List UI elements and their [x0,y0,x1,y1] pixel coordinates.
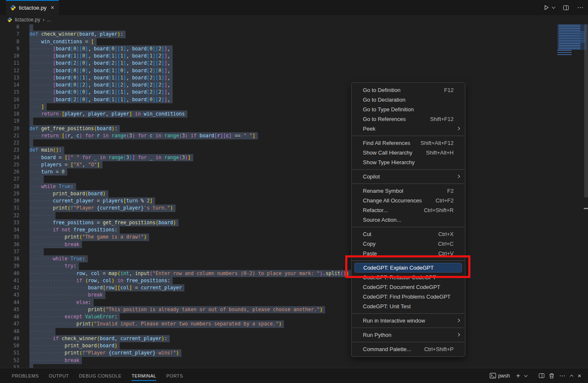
menu-item-change-all-occurrences[interactable]: Change All OccurrencesCtrl+F2 [352,196,465,205]
maximize-panel-chevron-icon[interactable] [570,375,573,377]
breadcrumb-file[interactable]: tictactoe.py [15,17,40,23]
line-number: 10 [0,52,19,60]
menu-item-refactor[interactable]: Refactor...Ctrl+Shift+R [352,205,465,215]
breadcrumb-symbol[interactable]: ... [47,17,51,23]
kill-terminal-trash-icon[interactable] [549,373,554,379]
code-editor[interactable]: 67def·check_winner(board,·player):8····w… [0,24,588,368]
split-editor-icon[interactable] [563,5,569,10]
panel-tab-output[interactable]: OUTPUT [49,369,69,383]
line-number: 31 [0,205,19,212]
code-line: 34········if·not·free_positions: [0,226,588,233]
menu-item-paste[interactable]: PasteCtrl+V [352,249,465,258]
line-number: 34 [0,226,19,233]
menu-item-label: Peek [363,124,454,134]
menu-item-go-to-type-definition[interactable]: Go to Type Definition [352,105,465,114]
menu-item-shortcut: Ctrl+Shift+R [424,205,454,215]
line-number: 43 [0,291,19,299]
line-number: 26 [0,168,19,176]
menu-separator [352,328,465,328]
selected-code-text: ····················board[row][col]·=·cu… [29,284,184,291]
menu-item-label: Source Action... [363,215,454,225]
code-line: 30········current_player·=·players[turn·… [0,197,588,205]
menu-item-go-to-declaration[interactable]: Go to Declaration [352,95,465,105]
menu-item-source-action[interactable]: Source Action... [352,215,465,225]
selected-code-text: ···· [29,248,44,255]
minimap-tail [557,50,572,56]
line-number: 9 [0,45,19,52]
line-number: 20 [0,125,19,132]
code-line: 10········[board[1][0],·board[1][1],·boa… [0,52,588,60]
selected-code-text: ············print_board(board) [29,342,120,349]
menu-item-peek[interactable]: Peek [352,124,465,134]
menu-item-command-palette[interactable]: Command Palette...Ctrl+Shift+P [352,344,465,354]
line-number: 44 [0,299,19,306]
selected-code-text: ············try: [29,262,79,270]
selected-code-text: def·check_winner(board,·player): [29,31,126,38]
menu-item-codegpt-unit-test[interactable]: CodeGPT: Unit Test [352,302,465,311]
menu-item-cut[interactable]: CutCtrl+X [352,229,465,239]
selected-code-text: ····while·True: [29,183,76,190]
selected-code-text: ····board·=·[["·"·for·_·in·range(3)]·for… [29,154,193,161]
vertical-scrollbar[interactable] [584,24,588,197]
breadcrumb[interactable]: tictactoe.py › ... [0,15,588,24]
menu-item-find-all-references[interactable]: Find All ReferencesShift+Alt+F12 [352,138,465,148]
close-panel-icon[interactable]: × [578,372,581,379]
menu-item-codegpt-explain-codegpt[interactable]: CodeGPT: Explain CodeGPT [354,263,462,273]
menu-item-shortcut: Shift+Alt+F12 [420,138,454,148]
code-line: 20def·get_free_positions(board): [0,125,588,132]
menu-item-go-to-references[interactable]: Go to ReferencesShift+F12 [352,114,465,124]
panel-tab-ports[interactable]: PORTS [166,369,183,383]
code-line: 26····turn·=·0 [0,168,588,176]
menu-item-label: Change All Occurrences [363,196,436,205]
more-actions-icon[interactable]: ⋯ [577,4,584,11]
line-number: 24 [0,154,19,161]
menu-item-show-call-hierarchy[interactable]: Show Call HierarchyShift+Alt+H [352,148,465,157]
menu-item-shortcut: Ctrl+C [438,239,454,249]
tab-label: tictactoe.py [19,5,47,11]
menu-item-codegpt-refactor-codegpt[interactable]: CodeGPT: Refactor CodeGPT [352,273,465,282]
new-terminal-button[interactable]: + [516,372,520,380]
menu-item-shortcut: Shift+Alt+H [426,148,454,157]
minimap[interactable] [557,24,587,50]
menu-item-label: Copy [363,239,438,249]
code-line: 38········while·True: [0,255,588,262]
menu-item-rename-symbol[interactable]: Rename SymbolF2 [352,186,465,196]
line-number: 25 [0,161,19,168]
panel-more-actions-icon[interactable]: ⋯ [559,372,566,380]
tab-tictactoe[interactable]: tictactoe.py × [6,0,59,15]
panel-tab-debug-console[interactable]: DEBUG CONSOLE [79,369,121,383]
split-terminal-icon[interactable] [539,373,544,378]
tab-close-icon[interactable]: × [51,5,54,10]
menu-item-show-type-hierarchy[interactable]: Show Type Hierarchy [352,157,465,167]
code-line: 37···· [0,248,588,255]
terminal-dropdown-chevron-icon[interactable] [525,375,527,377]
line-number: 53 [0,364,19,368]
line-number: 32 [0,212,19,219]
menu-item-label: Run in Interactive window [363,316,454,325]
code-line: 43····················break [0,291,588,299]
code-line: 9········[board[0][0],·board[0][1],·boar… [0,45,588,52]
run-button[interactable] [543,5,549,10]
menu-item-run-python[interactable]: Run Python [352,330,465,340]
menu-item-copy[interactable]: CopyCtrl+C [352,239,465,249]
line-number: 39 [0,262,19,270]
menu-item-run-in-interactive-window[interactable]: Run in Interactive window [352,316,465,325]
code-line: 6 [0,24,588,31]
menu-item-label: Show Type Hierarchy [363,157,454,167]
menu-item-go-to-definition[interactable]: Go to DefinitionF12 [352,85,465,95]
menu-item-copilot[interactable]: Copilot [352,172,465,181]
code-line: 17····] [0,103,588,110]
terminal-shell-selector[interactable]: pwsh [490,373,510,379]
line-number: 50 [0,342,19,349]
menu-item-codegpt-document-codegpt[interactable]: CodeGPT: Document CodeGPT [352,282,465,292]
context-menu: Go to DefinitionF12Go to DeclarationGo t… [351,82,465,357]
selected-code-text: ········[board[0][0],·board[0][1],·board… [29,45,173,52]
selected-code-text: ····win_conditions·=·[ [29,38,97,45]
menu-item-codegpt-find-problems-codegpt[interactable]: CodeGPT: Find Problems CodeGPT [352,292,465,302]
menu-separator [352,313,465,314]
run-dropdown-chevron-icon[interactable] [552,5,555,8]
panel-tab-problems[interactable]: PROBLEMS [12,369,39,383]
panel-tab-terminal[interactable]: TERMINAL [131,369,156,383]
menu-item-shortcut: F12 [444,85,454,95]
code-line: 22 [0,139,588,147]
